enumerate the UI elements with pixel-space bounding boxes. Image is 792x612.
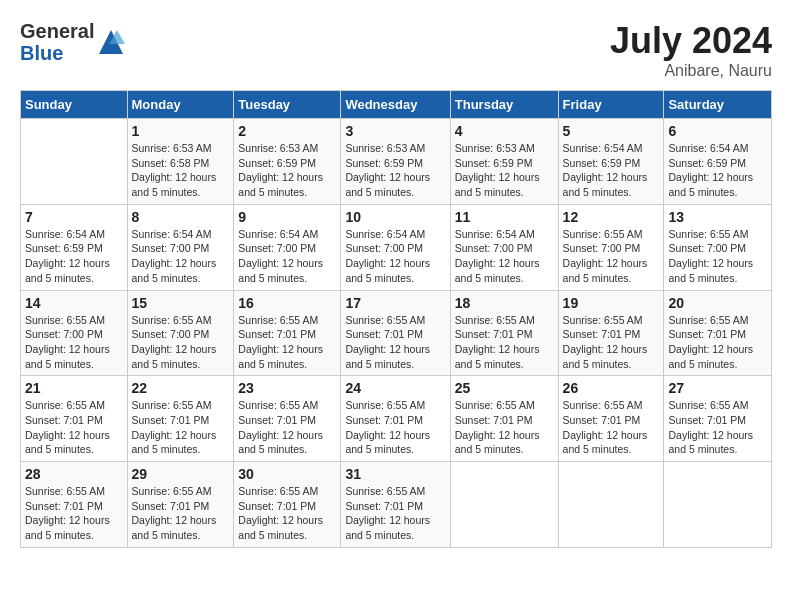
day-number: 27 (668, 380, 767, 396)
column-header-thursday: Thursday (450, 91, 558, 119)
calendar-cell (664, 462, 772, 548)
logo-general-text: General (20, 20, 94, 42)
calendar-week-row: 7Sunrise: 6:54 AM Sunset: 6:59 PM Daylig… (21, 204, 772, 290)
calendar-cell (558, 462, 664, 548)
day-info: Sunrise: 6:55 AM Sunset: 7:00 PM Dayligh… (132, 313, 230, 372)
day-info: Sunrise: 6:55 AM Sunset: 7:01 PM Dayligh… (668, 398, 767, 457)
day-number: 4 (455, 123, 554, 139)
calendar-header-row: SundayMondayTuesdayWednesdayThursdayFrid… (21, 91, 772, 119)
calendar-cell: 15Sunrise: 6:55 AM Sunset: 7:00 PM Dayli… (127, 290, 234, 376)
column-header-saturday: Saturday (664, 91, 772, 119)
day-info: Sunrise: 6:55 AM Sunset: 7:00 PM Dayligh… (668, 227, 767, 286)
day-info: Sunrise: 6:55 AM Sunset: 7:01 PM Dayligh… (455, 398, 554, 457)
day-number: 3 (345, 123, 445, 139)
day-info: Sunrise: 6:55 AM Sunset: 7:01 PM Dayligh… (345, 398, 445, 457)
logo: General Blue (20, 20, 125, 64)
day-info: Sunrise: 6:55 AM Sunset: 7:01 PM Dayligh… (563, 398, 660, 457)
day-info: Sunrise: 6:55 AM Sunset: 7:01 PM Dayligh… (238, 313, 336, 372)
logo-icon (97, 28, 125, 56)
calendar-cell: 21Sunrise: 6:55 AM Sunset: 7:01 PM Dayli… (21, 376, 128, 462)
day-info: Sunrise: 6:55 AM Sunset: 7:01 PM Dayligh… (668, 313, 767, 372)
day-number: 10 (345, 209, 445, 225)
day-info: Sunrise: 6:55 AM Sunset: 7:00 PM Dayligh… (25, 313, 123, 372)
calendar-cell: 16Sunrise: 6:55 AM Sunset: 7:01 PM Dayli… (234, 290, 341, 376)
calendar-cell: 27Sunrise: 6:55 AM Sunset: 7:01 PM Dayli… (664, 376, 772, 462)
calendar-cell: 8Sunrise: 6:54 AM Sunset: 7:00 PM Daylig… (127, 204, 234, 290)
day-info: Sunrise: 6:54 AM Sunset: 7:00 PM Dayligh… (455, 227, 554, 286)
day-info: Sunrise: 6:54 AM Sunset: 6:59 PM Dayligh… (25, 227, 123, 286)
calendar-cell: 7Sunrise: 6:54 AM Sunset: 6:59 PM Daylig… (21, 204, 128, 290)
day-number: 11 (455, 209, 554, 225)
calendar-cell: 31Sunrise: 6:55 AM Sunset: 7:01 PM Dayli… (341, 462, 450, 548)
calendar-cell: 24Sunrise: 6:55 AM Sunset: 7:01 PM Dayli… (341, 376, 450, 462)
day-number: 17 (345, 295, 445, 311)
logo-blue-text: Blue (20, 42, 94, 64)
day-info: Sunrise: 6:55 AM Sunset: 7:01 PM Dayligh… (25, 484, 123, 543)
calendar-cell: 6Sunrise: 6:54 AM Sunset: 6:59 PM Daylig… (664, 119, 772, 205)
day-info: Sunrise: 6:53 AM Sunset: 6:58 PM Dayligh… (132, 141, 230, 200)
day-info: Sunrise: 6:54 AM Sunset: 7:00 PM Dayligh… (238, 227, 336, 286)
calendar-cell: 11Sunrise: 6:54 AM Sunset: 7:00 PM Dayli… (450, 204, 558, 290)
calendar-week-row: 14Sunrise: 6:55 AM Sunset: 7:00 PM Dayli… (21, 290, 772, 376)
day-info: Sunrise: 6:55 AM Sunset: 7:01 PM Dayligh… (132, 398, 230, 457)
day-number: 18 (455, 295, 554, 311)
calendar-cell: 5Sunrise: 6:54 AM Sunset: 6:59 PM Daylig… (558, 119, 664, 205)
day-number: 30 (238, 466, 336, 482)
day-info: Sunrise: 6:53 AM Sunset: 6:59 PM Dayligh… (455, 141, 554, 200)
calendar-cell: 4Sunrise: 6:53 AM Sunset: 6:59 PM Daylig… (450, 119, 558, 205)
calendar-cell: 20Sunrise: 6:55 AM Sunset: 7:01 PM Dayli… (664, 290, 772, 376)
column-header-monday: Monday (127, 91, 234, 119)
calendar-table: SundayMondayTuesdayWednesdayThursdayFrid… (20, 90, 772, 548)
day-number: 13 (668, 209, 767, 225)
day-number: 5 (563, 123, 660, 139)
day-number: 16 (238, 295, 336, 311)
day-number: 6 (668, 123, 767, 139)
calendar-cell: 1Sunrise: 6:53 AM Sunset: 6:58 PM Daylig… (127, 119, 234, 205)
day-number: 31 (345, 466, 445, 482)
day-info: Sunrise: 6:55 AM Sunset: 7:01 PM Dayligh… (132, 484, 230, 543)
day-info: Sunrise: 6:55 AM Sunset: 7:01 PM Dayligh… (563, 313, 660, 372)
column-header-sunday: Sunday (21, 91, 128, 119)
calendar-cell (21, 119, 128, 205)
day-info: Sunrise: 6:53 AM Sunset: 6:59 PM Dayligh… (238, 141, 336, 200)
calendar-cell: 3Sunrise: 6:53 AM Sunset: 6:59 PM Daylig… (341, 119, 450, 205)
calendar-cell: 19Sunrise: 6:55 AM Sunset: 7:01 PM Dayli… (558, 290, 664, 376)
day-number: 15 (132, 295, 230, 311)
calendar-cell: 12Sunrise: 6:55 AM Sunset: 7:00 PM Dayli… (558, 204, 664, 290)
calendar-cell: 14Sunrise: 6:55 AM Sunset: 7:00 PM Dayli… (21, 290, 128, 376)
day-info: Sunrise: 6:55 AM Sunset: 7:01 PM Dayligh… (345, 484, 445, 543)
day-number: 8 (132, 209, 230, 225)
day-number: 14 (25, 295, 123, 311)
day-number: 26 (563, 380, 660, 396)
day-info: Sunrise: 6:54 AM Sunset: 6:59 PM Dayligh… (668, 141, 767, 200)
calendar-cell: 9Sunrise: 6:54 AM Sunset: 7:00 PM Daylig… (234, 204, 341, 290)
day-number: 1 (132, 123, 230, 139)
day-number: 24 (345, 380, 445, 396)
calendar-cell: 23Sunrise: 6:55 AM Sunset: 7:01 PM Dayli… (234, 376, 341, 462)
day-info: Sunrise: 6:55 AM Sunset: 7:01 PM Dayligh… (455, 313, 554, 372)
day-info: Sunrise: 6:55 AM Sunset: 7:01 PM Dayligh… (25, 398, 123, 457)
day-number: 21 (25, 380, 123, 396)
day-number: 12 (563, 209, 660, 225)
day-info: Sunrise: 6:53 AM Sunset: 6:59 PM Dayligh… (345, 141, 445, 200)
day-info: Sunrise: 6:54 AM Sunset: 7:00 PM Dayligh… (345, 227, 445, 286)
day-number: 22 (132, 380, 230, 396)
month-year-title: July 2024 (610, 20, 772, 62)
day-number: 20 (668, 295, 767, 311)
page-header: General Blue July 2024 Anibare, Nauru (20, 20, 772, 80)
day-info: Sunrise: 6:55 AM Sunset: 7:01 PM Dayligh… (238, 398, 336, 457)
column-header-tuesday: Tuesday (234, 91, 341, 119)
calendar-week-row: 21Sunrise: 6:55 AM Sunset: 7:01 PM Dayli… (21, 376, 772, 462)
day-number: 29 (132, 466, 230, 482)
calendar-cell: 2Sunrise: 6:53 AM Sunset: 6:59 PM Daylig… (234, 119, 341, 205)
day-info: Sunrise: 6:55 AM Sunset: 7:00 PM Dayligh… (563, 227, 660, 286)
day-info: Sunrise: 6:54 AM Sunset: 7:00 PM Dayligh… (132, 227, 230, 286)
calendar-cell: 18Sunrise: 6:55 AM Sunset: 7:01 PM Dayli… (450, 290, 558, 376)
calendar-cell: 28Sunrise: 6:55 AM Sunset: 7:01 PM Dayli… (21, 462, 128, 548)
day-number: 2 (238, 123, 336, 139)
calendar-cell: 22Sunrise: 6:55 AM Sunset: 7:01 PM Dayli… (127, 376, 234, 462)
calendar-cell: 29Sunrise: 6:55 AM Sunset: 7:01 PM Dayli… (127, 462, 234, 548)
calendar-cell: 10Sunrise: 6:54 AM Sunset: 7:00 PM Dayli… (341, 204, 450, 290)
calendar-cell: 17Sunrise: 6:55 AM Sunset: 7:01 PM Dayli… (341, 290, 450, 376)
calendar-week-row: 28Sunrise: 6:55 AM Sunset: 7:01 PM Dayli… (21, 462, 772, 548)
